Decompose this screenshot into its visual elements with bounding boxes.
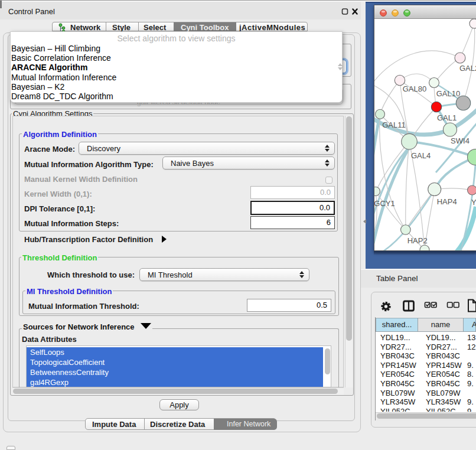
svg-text:GCY1: GCY1 [374,199,395,208]
svg-text:Y: Y [471,198,476,207]
svg-text:HAP2: HAP2 [407,236,428,245]
svg-text:GAL4: GAL4 [411,151,431,160]
svg-text:GAL11: GAL11 [382,120,406,129]
svg-text:GAL2: GAL2 [459,64,476,73]
svg-text:GAL1: GAL1 [437,113,457,122]
svg-text:SWI4: SWI4 [451,136,470,145]
svg-text:GAL10: GAL10 [436,89,460,98]
svg-text:HAP4: HAP4 [437,197,457,206]
svg-text:GAL80: GAL80 [403,84,426,93]
